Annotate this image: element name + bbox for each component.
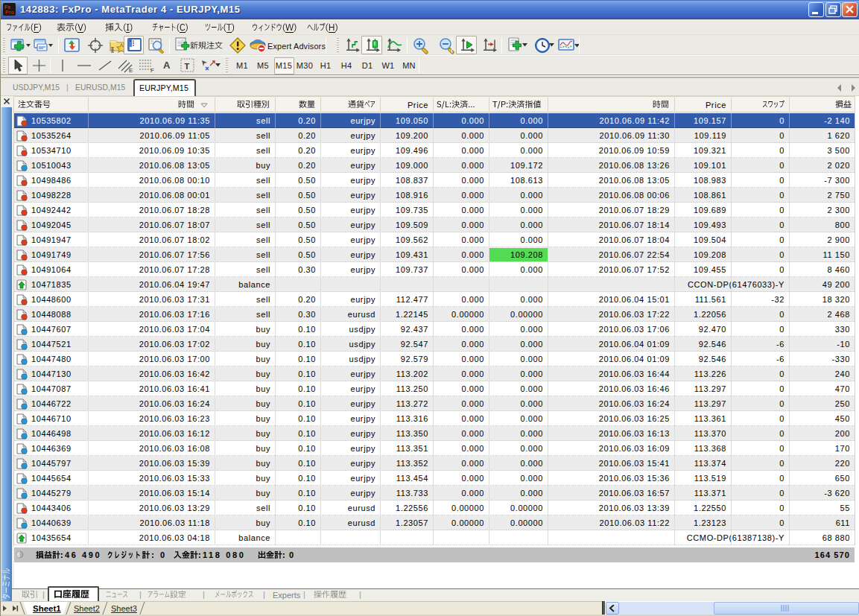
svg-text:Pro: Pro — [5, 10, 14, 15]
svg-text:Fx: Fx — [4, 4, 10, 10]
svg-text:E: E — [129, 67, 133, 73]
svg-text:F: F — [150, 67, 154, 73]
svg-text:T: T — [185, 62, 190, 71]
